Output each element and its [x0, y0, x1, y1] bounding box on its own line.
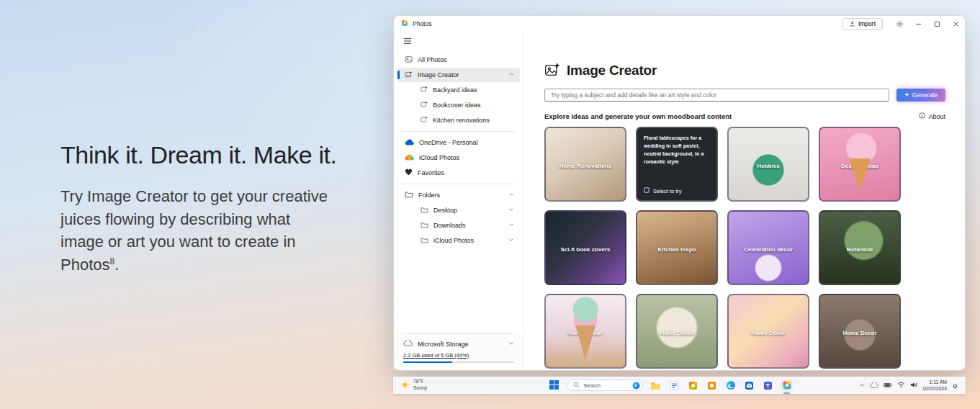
sidebar-item-icloud-photos[interactable]: iCloud Photos [397, 150, 520, 165]
moodboard-tile[interactable]: Botanical [819, 210, 901, 285]
generate-button[interactable]: Generate [896, 89, 945, 102]
sidebar-item-onedrive[interactable]: OneDrive - Personal [397, 135, 520, 150]
outlook-icon[interactable] [743, 379, 755, 392]
image-creator-icon [421, 116, 428, 125]
prompt-input[interactable] [544, 89, 889, 102]
hero-copy: Think it. Dream it. Make it. Try Image C… [60, 141, 356, 277]
divider [401, 184, 516, 184]
all-photos-icon [405, 55, 413, 65]
sidebar-item-icloud-folder[interactable]: iCloud Photos [397, 233, 520, 248]
info-icon [919, 112, 925, 120]
image-creator-icon [421, 101, 428, 109]
bing-icon [632, 382, 640, 390]
sun-icon [400, 380, 410, 390]
moodboard-tile[interactable]: Sci-fi book covers [544, 210, 626, 285]
taskbar-app-icon-4[interactable] [706, 379, 718, 392]
moodboard-tile[interactable]: Kitchen inspo [636, 210, 718, 285]
edge-icon[interactable] [724, 379, 737, 392]
prompt-suggestion-text: Floral tablescapes for a wedding in soft… [644, 134, 710, 166]
sparkle-icon [904, 91, 909, 99]
windows-logo-icon [549, 380, 559, 390]
sidebar-item-folders[interactable]: Folders [397, 188, 520, 202]
cloud-icon [403, 340, 413, 348]
sidebar: All Photos Image Creator Backyard ideas … [394, 32, 524, 370]
explore-heading: Explore ideas and generate your own mood… [544, 112, 732, 120]
image-creator-pane: Image Creator Generate Explore ideas and… [524, 32, 965, 370]
search-icon [573, 382, 580, 390]
taskbar-search[interactable]: Search [567, 379, 643, 391]
taskbar-app-icon-3[interactable] [687, 379, 699, 392]
storage-progress-bar [403, 361, 514, 363]
onedrive-icon [405, 139, 414, 147]
hero-headline: Think it. Dream it. Make it. [60, 141, 356, 169]
clock-time: 1:11 AM [922, 379, 947, 385]
moodboard-tile[interactable]: Home Decor [727, 294, 809, 369]
onedrive-tray-icon[interactable] [870, 382, 878, 389]
storage-progress-fill [403, 361, 452, 363]
weather-condition: Sunny [413, 385, 427, 392]
moodboard-tile[interactable]: Home Decor [636, 294, 718, 369]
divider [403, 333, 514, 334]
chevron-down-icon [508, 222, 514, 229]
window-title: Photos [413, 20, 431, 27]
moodboard-grid: Home Renovations Floral tablescapes for … [544, 127, 945, 369]
moodboard-tile[interactable]: Celebration decor [727, 210, 809, 285]
moodboard-tile[interactable]: Home Decor [819, 294, 901, 369]
tray-chevron-up-icon[interactable] [859, 382, 865, 389]
settings-gear-icon[interactable] [890, 16, 909, 32]
image-creator-icon [544, 62, 560, 79]
sidebar-item-kitchen-renovations[interactable]: Kitchen renovations [397, 113, 520, 127]
sidebar-item-all-photos[interactable]: All Photos [397, 53, 520, 67]
sidebar-item-favorites[interactable]: Favorites [397, 166, 520, 180]
moodboard-tile[interactable]: Hobbies [727, 127, 809, 202]
weather-temp: 78°F [413, 379, 427, 385]
taskbar-app-icon-2[interactable] [668, 379, 680, 392]
heart-icon [405, 168, 413, 177]
prompt-suggestion-card[interactable]: Floral tablescapes for a wedding in soft… [636, 127, 718, 202]
wifi-icon[interactable] [897, 382, 905, 389]
import-icon [849, 20, 855, 28]
checkbox-icon [644, 187, 649, 194]
sidebar-item-downloads[interactable]: Downloads [397, 218, 520, 233]
battery-icon[interactable] [884, 382, 892, 389]
marketing-canvas: Think it. Dream it. Make it. Try Image C… [0, 0, 980, 409]
system-tray: 1:11 AM 10/22/2024 [859, 379, 958, 392]
chevron-down-icon [508, 207, 514, 214]
taskbar: 78°F Sunny Search [393, 377, 966, 394]
microsoft-storage-row[interactable]: Microsoft Storage [403, 340, 514, 348]
close-button[interactable] [946, 16, 965, 32]
menu-icon[interactable] [403, 37, 523, 46]
hero-body: Try Image Creator to get your creative j… [60, 185, 336, 277]
folder-icon [421, 222, 428, 230]
moodboard-tile[interactable]: Dessert ideas [819, 127, 901, 202]
chevron-up-icon [508, 192, 514, 199]
page-title: Image Creator [567, 63, 657, 78]
folder-icon [421, 207, 428, 215]
storage-usage-link[interactable]: 2.2 GB used of 5 GB (44%) [403, 352, 514, 359]
search-label: Search [583, 382, 601, 389]
sidebar-item-backyard-ideas[interactable]: Backyard ideas [397, 83, 520, 97]
notification-bell-icon[interactable] [952, 382, 958, 390]
divider [401, 131, 516, 132]
sidebar-item-image-creator[interactable]: Image Creator [397, 68, 520, 82]
chevron-up-icon [508, 71, 514, 78]
photos-icon[interactable] [781, 379, 793, 392]
photos-app-window: Photos Import [393, 15, 966, 371]
sidebar-item-bookcover-ideas[interactable]: Bookcover ideas [397, 98, 520, 112]
maximize-button[interactable] [927, 16, 946, 32]
taskbar-clock[interactable]: 1:11 AM 10/22/2024 [922, 379, 947, 392]
start-button[interactable] [548, 379, 560, 392]
file-explorer-icon[interactable] [649, 379, 662, 392]
clock-date: 10/22/2024 [922, 385, 947, 392]
teams-icon[interactable] [762, 379, 774, 392]
select-to-try[interactable]: Select to try [644, 187, 710, 194]
folder-icon [421, 237, 428, 245]
about-link[interactable]: About [919, 112, 945, 120]
moodboard-tile[interactable]: Home Decor [544, 294, 626, 369]
import-button[interactable]: Import [842, 18, 883, 30]
sidebar-item-desktop[interactable]: Desktop [397, 203, 520, 217]
weather-widget[interactable]: 78°F Sunny [400, 379, 427, 392]
minimize-button[interactable] [909, 16, 927, 32]
volume-icon[interactable] [910, 382, 917, 389]
moodboard-tile[interactable]: Home Renovations [544, 127, 626, 202]
